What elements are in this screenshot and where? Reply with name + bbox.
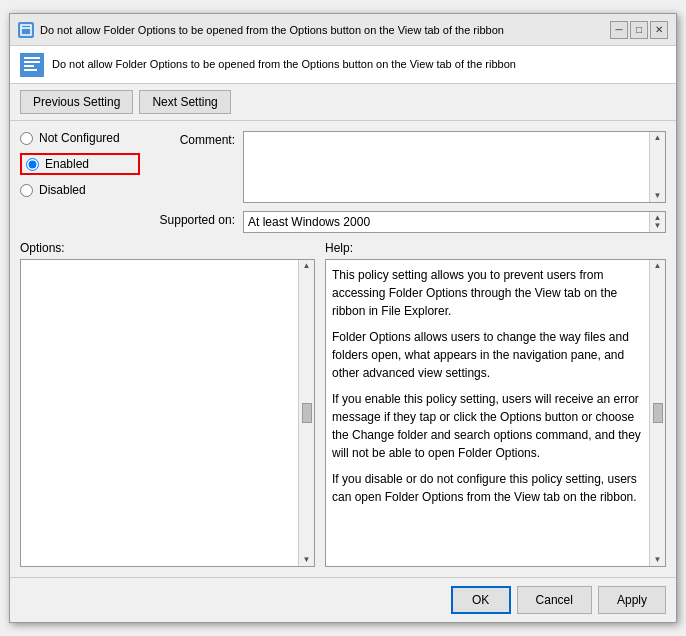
comment-scroll-up[interactable]: ▲ xyxy=(654,134,662,142)
disabled-label: Disabled xyxy=(39,183,86,197)
help-scrollbar[interactable]: ▲ ▼ xyxy=(649,260,665,566)
supported-scrollbar[interactable]: ▲ ▼ xyxy=(649,212,665,232)
comment-field-wrapper: ▲ ▼ xyxy=(243,131,666,203)
help-content: This policy setting allows you to preven… xyxy=(326,260,649,566)
options-scroll-thumb[interactable] xyxy=(302,403,312,423)
svg-rect-0 xyxy=(21,25,31,35)
comment-scrollbar[interactable]: ▲ ▼ xyxy=(649,132,665,202)
comment-label: Comment: xyxy=(150,131,235,147)
next-setting-button[interactable]: Next Setting xyxy=(139,90,230,114)
help-panel: Help: This policy setting allows you to … xyxy=(325,241,666,567)
enabled-label: Enabled xyxy=(45,157,89,171)
main-content: Not Configured Enabled Disabled Comme xyxy=(10,121,676,577)
previous-setting-button[interactable]: Previous Setting xyxy=(20,90,133,114)
subtitle-text: Do not allow Folder Options to be opened… xyxy=(52,57,516,71)
footer: OK Cancel Apply xyxy=(10,577,676,622)
title-bar: Do not allow Folder Options to be opened… xyxy=(10,14,676,46)
window-controls: ─ □ ✕ xyxy=(610,21,668,39)
not-configured-radio[interactable] xyxy=(20,132,33,145)
disabled-radio[interactable] xyxy=(20,184,33,197)
comment-textarea[interactable] xyxy=(244,132,649,202)
options-scroll-down[interactable]: ▼ xyxy=(303,556,311,564)
main-window: Do not allow Folder Options to be opened… xyxy=(9,13,677,623)
supported-scroll-down[interactable]: ▼ xyxy=(654,222,662,230)
svg-rect-6 xyxy=(24,69,37,71)
help-para-2: Folder Options allows users to change th… xyxy=(332,328,643,382)
not-configured-option[interactable]: Not Configured xyxy=(20,131,140,145)
help-title: Help: xyxy=(325,241,666,255)
options-title: Options: xyxy=(20,241,315,255)
options-scrollbar[interactable]: ▲ ▼ xyxy=(298,260,314,566)
enabled-highlight: Enabled xyxy=(20,153,140,175)
close-button[interactable]: ✕ xyxy=(650,21,668,39)
toolbar: Previous Setting Next Setting xyxy=(10,84,676,121)
supported-label: Supported on: xyxy=(150,211,235,227)
svg-rect-5 xyxy=(24,65,34,67)
supported-row: Supported on: ▲ ▼ xyxy=(150,211,666,233)
enabled-option[interactable]: Enabled xyxy=(26,157,89,171)
options-panel: Options: ▲ ▼ xyxy=(20,241,315,567)
comment-textarea-wrapper: ▲ ▼ xyxy=(243,131,666,203)
minimize-button[interactable]: ─ xyxy=(610,21,628,39)
ok-button[interactable]: OK xyxy=(451,586,511,614)
policy-icon xyxy=(20,53,44,77)
options-scroll-up[interactable]: ▲ xyxy=(303,262,311,270)
help-para-1: This policy setting allows you to preven… xyxy=(332,266,643,320)
supported-input[interactable] xyxy=(244,212,649,232)
right-fields: Comment: ▲ ▼ Supported on: xyxy=(150,131,666,233)
comment-scroll-down[interactable]: ▼ xyxy=(654,192,662,200)
enabled-radio[interactable] xyxy=(26,158,39,171)
help-para-3: If you enable this policy setting, users… xyxy=(332,390,643,462)
supported-field-wrapper: ▲ ▼ xyxy=(243,211,666,233)
svg-rect-4 xyxy=(24,61,40,63)
not-configured-label: Not Configured xyxy=(39,131,120,145)
apply-button[interactable]: Apply xyxy=(598,586,666,614)
comment-row: Comment: ▲ ▼ xyxy=(150,131,666,203)
options-content xyxy=(21,260,298,566)
cancel-button[interactable]: Cancel xyxy=(517,586,592,614)
bottom-section: Options: ▲ ▼ Help: This policy setting a… xyxy=(20,241,666,567)
top-section: Not Configured Enabled Disabled Comme xyxy=(20,131,666,233)
radio-group: Not Configured Enabled Disabled xyxy=(20,131,140,233)
window-title: Do not allow Folder Options to be opened… xyxy=(40,24,604,36)
svg-rect-3 xyxy=(24,57,40,59)
help-scroll-down[interactable]: ▼ xyxy=(654,556,662,564)
subtitle-bar: Do not allow Folder Options to be opened… xyxy=(10,46,676,84)
disabled-option[interactable]: Disabled xyxy=(20,183,140,197)
help-box: This policy setting allows you to preven… xyxy=(325,259,666,567)
help-para-4: If you disable or do not configure this … xyxy=(332,470,643,506)
help-scroll-thumb[interactable] xyxy=(653,403,663,423)
options-box: ▲ ▼ xyxy=(20,259,315,567)
window-icon xyxy=(18,22,34,38)
maximize-button[interactable]: □ xyxy=(630,21,648,39)
supported-input-wrapper: ▲ ▼ xyxy=(243,211,666,233)
help-scroll-up[interactable]: ▲ xyxy=(654,262,662,270)
